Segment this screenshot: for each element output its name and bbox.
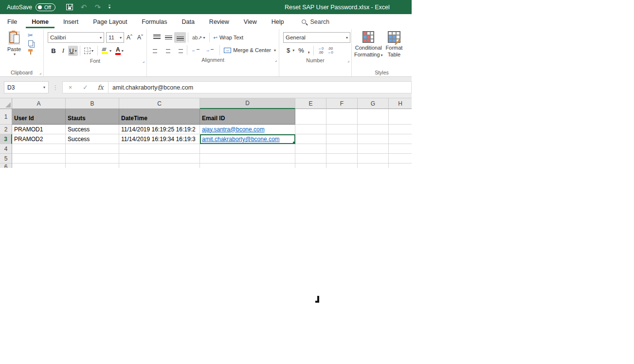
- cell-D3-selected[interactable]: amit.chakraborty@bcone.com: [200, 134, 295, 144]
- autosave-toggle[interactable]: Off: [36, 3, 55, 11]
- enter-icon[interactable]: ✓: [78, 84, 93, 91]
- cell-D6[interactable]: [200, 164, 295, 168]
- cancel-icon[interactable]: ×: [63, 84, 78, 91]
- align-bottom-icon[interactable]: [174, 32, 186, 43]
- cell-B5[interactable]: [66, 154, 119, 164]
- cell-C5[interactable]: [119, 154, 200, 164]
- tab-review[interactable]: Review: [203, 15, 235, 28]
- cell-B4[interactable]: [66, 144, 119, 154]
- cell-B2[interactable]: Success: [66, 125, 119, 134]
- cell-C4[interactable]: [119, 144, 200, 154]
- cell-B1[interactable]: Stauts: [66, 109, 119, 125]
- cell-H5[interactable]: [389, 154, 412, 164]
- increase-decimal-icon[interactable]: ←0.00: [316, 46, 326, 55]
- row-header-6[interactable]: 6: [0, 164, 12, 168]
- cell-H2[interactable]: [389, 125, 412, 134]
- more-options-icon[interactable]: ⋮: [53, 84, 58, 91]
- undo-icon[interactable]: ↶: [81, 3, 87, 12]
- col-header-g[interactable]: G: [358, 98, 389, 109]
- cell-E1[interactable]: [295, 109, 326, 125]
- row-header-3[interactable]: 3: [0, 134, 12, 144]
- cut-icon[interactable]: ✂: [28, 32, 35, 38]
- number-format-select[interactable]: General ▾: [283, 32, 350, 43]
- cell-E4[interactable]: [295, 144, 326, 154]
- italic-button[interactable]: I: [58, 45, 68, 56]
- cell-C3[interactable]: 11/14/2019 16:19:34 16:19:3: [119, 134, 200, 144]
- cell-F4[interactable]: [326, 144, 358, 154]
- cell-E5[interactable]: [295, 154, 326, 164]
- alignment-dialog-launcher-icon[interactable]: ⌟: [275, 57, 277, 62]
- cell-G1[interactable]: [358, 109, 389, 125]
- cell-F2[interactable]: [326, 125, 358, 134]
- tab-home[interactable]: Home: [26, 15, 54, 28]
- font-color-button[interactable]: A ▾: [113, 45, 126, 56]
- align-middle-icon[interactable]: [163, 32, 174, 43]
- row-header-4[interactable]: 4: [0, 144, 12, 154]
- cell-A2[interactable]: PRAMOD1: [12, 125, 66, 134]
- cell-B3[interactable]: Success: [66, 134, 119, 144]
- save-icon[interactable]: [66, 4, 73, 10]
- align-top-icon[interactable]: [151, 32, 163, 43]
- name-box[interactable]: D3 ▾: [4, 81, 49, 93]
- cell-A5[interactable]: [12, 154, 66, 164]
- cell-B6[interactable]: [66, 164, 119, 168]
- cell-C6[interactable]: [119, 164, 200, 168]
- col-header-a[interactable]: A: [12, 98, 66, 109]
- cell-H1[interactable]: [389, 109, 412, 125]
- cell-F6[interactable]: [326, 164, 358, 168]
- cell-C1[interactable]: DateTime: [119, 109, 200, 125]
- tab-file[interactable]: File: [1, 15, 23, 28]
- cell-D1[interactable]: Email ID: [200, 109, 295, 125]
- font-size-select[interactable]: 11 ▾: [106, 32, 124, 43]
- col-header-f[interactable]: F: [326, 98, 358, 109]
- font-dialog-launcher-icon[interactable]: ⌟: [143, 58, 145, 63]
- cell-H3[interactable]: [389, 134, 412, 144]
- cell-G5[interactable]: [358, 154, 389, 164]
- comma-style-icon[interactable]: ,: [306, 46, 312, 55]
- cell-D5[interactable]: [200, 154, 295, 164]
- cell-F3[interactable]: [326, 134, 358, 144]
- cell-D4[interactable]: [200, 144, 295, 154]
- cell-E6[interactable]: [295, 164, 326, 168]
- fill-handle[interactable]: [292, 141, 295, 144]
- fill-color-button[interactable]: ▾: [100, 46, 113, 55]
- formula-input[interactable]: amit.chakraborty@bcone.com: [109, 81, 412, 93]
- tab-data[interactable]: Data: [176, 15, 200, 28]
- row-header-1[interactable]: 1: [0, 109, 12, 125]
- increase-font-size-icon[interactable]: Aˆ: [124, 33, 135, 42]
- cell-E3[interactable]: [295, 134, 326, 144]
- cell-A6[interactable]: [12, 164, 66, 168]
- accounting-format-button[interactable]: $ ▾: [283, 45, 296, 56]
- cell-A4[interactable]: [12, 144, 66, 154]
- percent-style-icon[interactable]: %: [296, 46, 306, 55]
- clipboard-dialog-launcher-icon[interactable]: ⌟: [39, 70, 41, 75]
- borders-button[interactable]: ▾: [82, 46, 95, 55]
- decrease-decimal-icon[interactable]: .00→0: [326, 46, 335, 55]
- cell-C2[interactable]: 11/14/2019 16:19:25 16:19:2: [119, 125, 200, 134]
- tab-help[interactable]: Help: [266, 15, 290, 28]
- cell-G4[interactable]: [358, 144, 389, 154]
- cell-F5[interactable]: [326, 154, 358, 164]
- number-dialog-launcher-icon[interactable]: ⌟: [347, 58, 349, 63]
- autosave-control[interactable]: AutoSave Off: [7, 3, 55, 11]
- cell-H6[interactable]: [389, 164, 412, 168]
- row-header-2[interactable]: 2: [0, 125, 12, 134]
- cell-A3[interactable]: PRAMOD2: [12, 134, 66, 144]
- redo-icon[interactable]: ↷: [94, 3, 101, 12]
- conditional-formatting-button[interactable]: Conditional Formatting▾: [354, 31, 383, 59]
- select-all-corner[interactable]: [0, 98, 12, 109]
- cell-G6[interactable]: [358, 164, 389, 168]
- merge-center-button[interactable]: ↔ Merge & Center ▾: [222, 46, 278, 55]
- col-header-e[interactable]: E: [295, 98, 326, 109]
- cell-D2[interactable]: ajay.santra@bcone.com: [200, 125, 295, 134]
- col-header-h[interactable]: H: [389, 98, 412, 109]
- increase-indent-button[interactable]: →: [203, 46, 217, 55]
- decrease-indent-button[interactable]: ←: [189, 46, 203, 55]
- bold-button[interactable]: B: [49, 46, 58, 56]
- col-header-b[interactable]: B: [66, 98, 119, 109]
- paste-button[interactable]: Paste ▾: [3, 31, 25, 56]
- tab-view[interactable]: View: [238, 15, 263, 28]
- customize-quick-access-icon[interactable]: ▾: [109, 5, 110, 9]
- search-control[interactable]: Search: [302, 18, 329, 25]
- align-left-icon[interactable]: [151, 45, 162, 55]
